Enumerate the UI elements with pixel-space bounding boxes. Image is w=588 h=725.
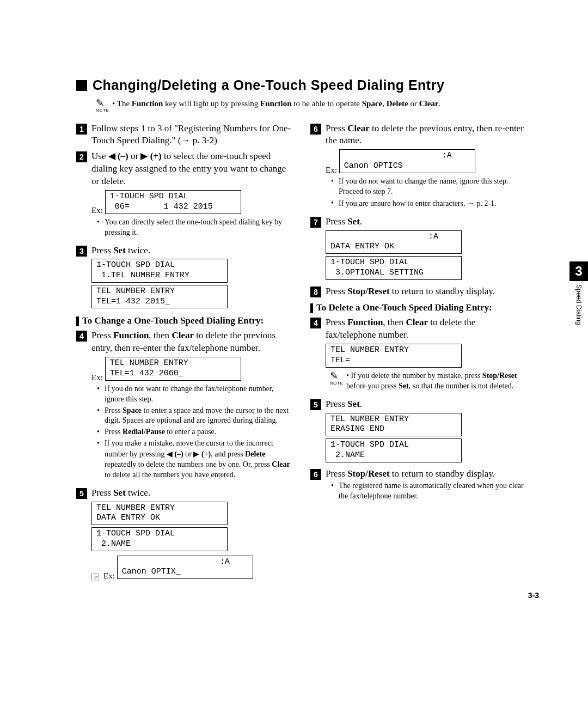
step-badge-6b: 6 [310, 469, 321, 480]
top-note: ✎ NOTE • The Function key will light up … [96, 98, 539, 114]
note-icon: ✎ NOTE [96, 98, 108, 114]
step-6-text: Press Clear to delete the previous entry… [326, 123, 528, 212]
step-4b-text: Press Function, then Clear to delete the… [326, 316, 528, 394]
step-badge-5b: 5 [310, 399, 321, 410]
step-badge-7: 7 [310, 217, 321, 228]
lcd-display: TEL NUMBER ENTRY TEL=1 432 2060_ [105, 357, 241, 381]
lcd-display: :A DATA ENTRY OK [326, 230, 462, 254]
step-badge-3: 3 [76, 246, 87, 257]
step-5b-text: Press Set. TEL NUMBER ENTRY ERASING END … [326, 398, 528, 465]
lcd-display: 1-TOUCH SPD DIAL 3.OPTIONAL SETTING [326, 256, 462, 280]
note-icon: ✎ NOTE [330, 371, 342, 387]
step-7-text: Press Set. :A DATA ENTRY OK 1-TOUCH SPD … [326, 216, 528, 282]
step-1-text: Follow steps 1 to 3 of "Registering Numb… [91, 123, 294, 148]
lcd-display: 1-TOUCH SPD DIAL 2.NAME [326, 438, 462, 462]
lcd-display: 1-TOUCH SPD DIAL 1.TEL NUMBER ENTRY [91, 259, 228, 283]
heading-bullet [76, 80, 87, 91]
lcd-display: TEL NUMBER ENTRY TEL=1 432 2015_ [91, 285, 228, 309]
step-4-text: Press Function, then Clear to delete the… [91, 330, 294, 483]
page-number: 3-3 [528, 590, 539, 601]
page-heading: Changing/Deleting a One-Touch Speed Dial… [93, 76, 444, 95]
lcd-display: :A Canon OPTIX_ [117, 556, 253, 580]
step-badge-8: 8 [310, 287, 321, 297]
left-column: 1 Follow steps 1 to 3 of "Registering Nu… [76, 123, 294, 585]
step-badge-1: 1 [76, 124, 87, 135]
step-badge-5: 5 [76, 488, 87, 499]
lcd-display: TEL NUMBER ENTRY DATA ENTRY OK [91, 502, 228, 526]
sub-heading-delete: To Delete a One-Touch Speed Dialing Entr… [310, 302, 528, 314]
step-5-text: Press Set twice. TEL NUMBER ENTRY DATA E… [91, 487, 294, 581]
step-8-text: Press Stop/Reset to return to standby di… [326, 285, 528, 298]
lcd-display: 1-TOUCH SPD DIAL 2.NAME [91, 527, 228, 551]
lcd-display: 1-TOUCH SPD DIAL 06= 1 432 2015 [105, 190, 241, 214]
sub-heading-change: To Change a One-Touch Speed Dialing Entr… [76, 315, 294, 327]
step-2-text: Use ◀ (–) or ▶ (+) to select the one-tou… [91, 150, 294, 241]
step-badge-2: 2 [76, 151, 87, 162]
lcd-display: TEL NUMBER ENTRY TEL= [326, 344, 462, 368]
lcd-display: :A Canon OPTICS [339, 149, 475, 173]
step-badge-4b: 4 [310, 318, 321, 328]
chapter-tab: 3 Speed Dialing [569, 261, 588, 327]
lcd-display: TEL NUMBER ENTRY ERASING END [326, 413, 462, 437]
step-badge-4: 4 [76, 331, 87, 342]
right-column: 6 Press Clear to delete the previous ent… [310, 123, 528, 585]
link-icon[interactable]: ↗ [91, 574, 99, 581]
step-badge-6: 6 [310, 124, 321, 135]
step-6b-text: Press Stop/Reset to return to standby di… [326, 468, 528, 505]
step-3-text: Press Set twice. 1-TOUCH SPD DIAL 1.TEL … [91, 245, 294, 311]
